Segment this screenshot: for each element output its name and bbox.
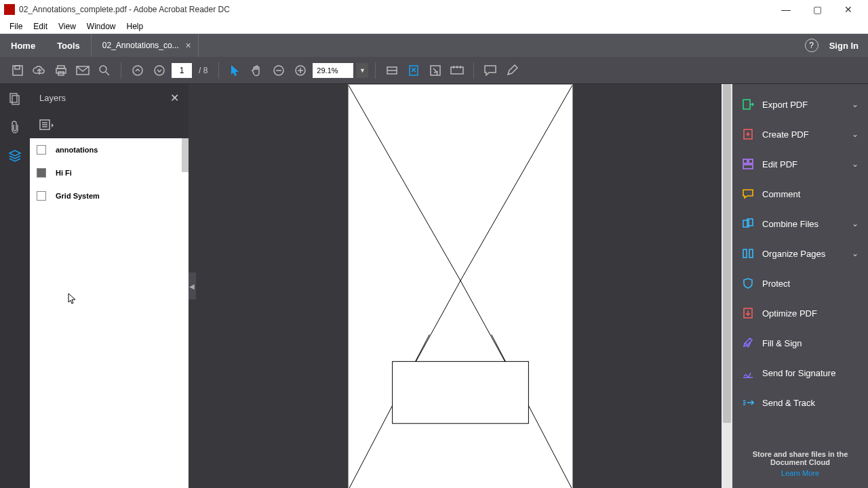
page-number-input[interactable] (172, 63, 192, 78)
attachments-icon[interactable] (7, 119, 23, 136)
tool-label: Combine Files (762, 219, 818, 229)
close-panel-icon[interactable]: ✕ (170, 92, 179, 104)
tool-export-pdf[interactable]: Export PDF⌄ (732, 89, 868, 119)
edit-pdf-icon (742, 158, 754, 170)
tool-label: Comment (762, 189, 800, 199)
comment-icon[interactable] (481, 61, 500, 80)
cursor-icon (68, 293, 77, 305)
maximize-button[interactable]: ▢ (802, 0, 833, 19)
tool-comment[interactable]: Comment (732, 179, 868, 209)
fit-page-icon[interactable] (404, 61, 423, 80)
combine-files-icon (742, 218, 754, 230)
tool-label: Send & Track (762, 398, 815, 408)
tool-label: Export PDF (762, 100, 808, 110)
close-window-button[interactable]: ✕ (833, 0, 864, 19)
svg-rect-32 (743, 249, 747, 258)
help-icon[interactable]: ? (805, 39, 818, 52)
export-pdf-icon (742, 98, 754, 110)
send-signature-icon (742, 367, 754, 379)
highlight-icon[interactable] (502, 61, 521, 80)
scrollbar-thumb[interactable] (723, 84, 731, 423)
menu-file[interactable]: File (4, 20, 28, 33)
svg-rect-25 (743, 100, 750, 109)
chevron-down-icon: ⌄ (852, 219, 859, 228)
tab-tools[interactable]: Tools (46, 34, 91, 57)
footer-text: Store and share files in the Document Cl… (741, 450, 860, 466)
layer-item-hifi[interactable]: Hi Fi (30, 161, 189, 184)
fullscreen-icon[interactable] (426, 61, 445, 80)
svg-line-23 (460, 281, 505, 361)
layer-visibility-checkbox[interactable] (37, 145, 46, 155)
close-tab-icon[interactable]: × (186, 40, 191, 51)
document-scrollbar[interactable] (722, 84, 732, 488)
nav-pane (0, 84, 30, 488)
layer-label: Grid System (56, 192, 100, 200)
pointer-icon[interactable] (226, 61, 245, 80)
read-mode-icon[interactable] (448, 61, 467, 80)
hand-icon[interactable] (248, 61, 267, 80)
print-icon[interactable] (52, 61, 71, 80)
document-area[interactable]: ◀ (189, 84, 732, 488)
svg-point-7 (133, 66, 142, 75)
tool-send-track[interactable]: Send & Track (732, 388, 868, 418)
menu-view[interactable]: View (53, 20, 81, 33)
comment-tool-icon (742, 188, 754, 200)
tab-home[interactable]: Home (0, 34, 46, 57)
page-total-label: / 8 (195, 66, 212, 75)
tool-send-signature[interactable]: Send for Signature (732, 358, 868, 388)
layers-panel: Layers ✕ annotations Hi Fi Grid System (30, 84, 189, 488)
window-titlebar: 02_Annotations_complete.pdf - Adobe Acro… (0, 0, 868, 19)
menu-window[interactable]: Window (81, 20, 121, 33)
email-icon[interactable] (73, 61, 92, 80)
menubar: File Edit View Window Help (0, 19, 868, 34)
tool-label: Send for Signature (762, 368, 835, 378)
tool-combine-files[interactable]: Combine Files⌄ (732, 209, 868, 239)
svg-rect-24 (393, 361, 529, 423)
svg-line-18 (349, 85, 460, 281)
layers-options-button[interactable] (30, 111, 189, 138)
menu-edit[interactable]: Edit (28, 20, 53, 33)
save-icon[interactable] (8, 61, 27, 80)
zoom-in-icon[interactable] (291, 61, 310, 80)
zoom-out-icon[interactable] (269, 61, 288, 80)
svg-rect-28 (749, 159, 753, 163)
tool-edit-pdf[interactable]: Edit PDF⌄ (732, 149, 868, 179)
tool-label: Optimize PDF (762, 308, 817, 319)
workspace: Layers ✕ annotations Hi Fi Grid System ◀ (0, 84, 868, 488)
page-down-icon[interactable] (150, 61, 169, 80)
tool-protect[interactable]: Protect (732, 268, 868, 298)
tool-organize-pages[interactable]: Organize Pages⌄ (732, 239, 868, 268)
layer-item-grid[interactable]: Grid System (30, 184, 189, 207)
tab-document[interactable]: 02_Annotations_co... × (91, 34, 199, 57)
zoom-level-input[interactable]: 29.1% (313, 63, 353, 78)
learn-more-link[interactable]: Learn More (741, 469, 860, 477)
page-up-icon[interactable] (128, 61, 147, 80)
svg-point-6 (100, 66, 106, 73)
layer-label: Hi Fi (56, 169, 72, 177)
tool-label: Edit PDF (762, 159, 797, 169)
tool-create-pdf[interactable]: Create PDF⌄ (732, 119, 868, 149)
thumbnails-icon[interactable] (7, 91, 23, 107)
svg-rect-0 (13, 66, 22, 75)
menu-help[interactable]: Help (121, 20, 149, 33)
layer-item-annotations[interactable]: annotations (30, 138, 189, 161)
layers-scrollbar[interactable] (182, 138, 189, 172)
svg-rect-16 (12, 96, 19, 104)
tool-fill-sign[interactable]: Fill & Sign (732, 328, 868, 358)
minimize-button[interactable]: — (770, 0, 802, 19)
layer-visibility-checkbox[interactable] (37, 191, 46, 201)
cloud-icon[interactable] (30, 61, 49, 80)
layer-visibility-checkbox[interactable] (37, 168, 46, 178)
toolbar: / 8 29.1% ▼ (0, 57, 868, 84)
tool-label: Fill & Sign (762, 338, 802, 348)
svg-rect-27 (743, 159, 747, 163)
organize-pages-icon (742, 247, 754, 260)
svg-rect-33 (749, 249, 753, 258)
search-icon[interactable] (95, 61, 114, 80)
layers-icon[interactable] (7, 148, 23, 164)
tool-optimize-pdf[interactable]: Optimize PDF (732, 298, 868, 328)
zoom-dropdown-icon[interactable]: ▼ (356, 63, 368, 78)
collapse-handle-icon[interactable]: ◀ (189, 272, 196, 300)
sign-in-button[interactable]: Sign In (829, 41, 859, 51)
fit-width-icon[interactable] (382, 61, 401, 80)
